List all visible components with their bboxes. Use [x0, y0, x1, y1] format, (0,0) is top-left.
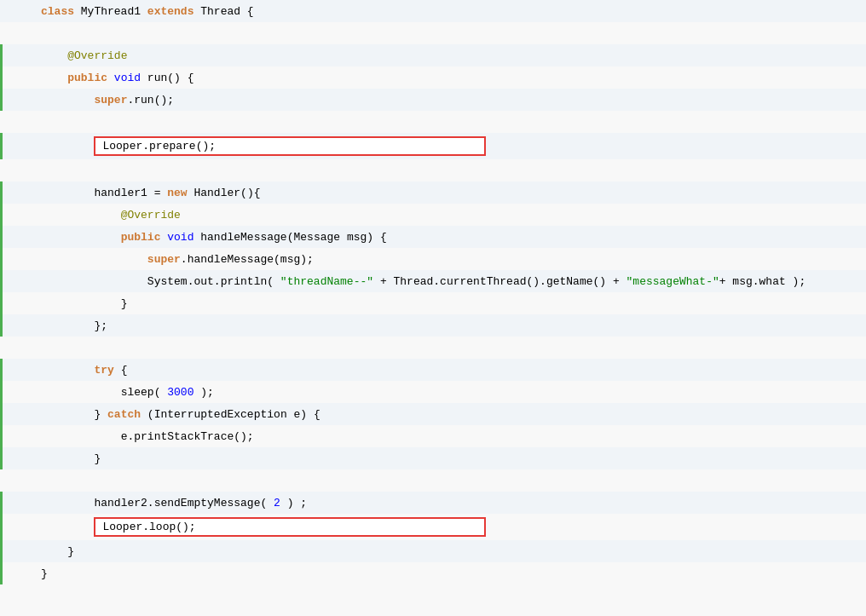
code-line: [0, 111, 866, 133]
line-content: }: [34, 562, 866, 584]
token: 3000: [167, 386, 193, 399]
line-content: handler2.sendEmptyMessage( 2 ) ;: [34, 492, 866, 514]
token: handleMessage: [200, 231, 286, 244]
token: +: [373, 275, 393, 288]
line-number: [0, 159, 34, 181]
line-content: };: [34, 314, 866, 337]
token: }: [67, 545, 74, 558]
token: );: [193, 386, 213, 399]
code-line: }: [0, 540, 866, 562]
line-number: [0, 248, 34, 270]
token: }: [41, 567, 48, 580]
token: handler2.sendEmptyMessage(: [94, 497, 274, 509]
token: {: [114, 364, 128, 377]
boxed-statement: Looper.prepare();: [94, 136, 486, 156]
token: (: [141, 408, 154, 421]
token: void: [114, 72, 147, 84]
line-content: } catch (InterruptedException e) {: [34, 403, 866, 425]
line-content: super.handleMessage(msg);: [34, 248, 866, 270]
line-number: [0, 133, 34, 159]
line-number: [0, 89, 34, 111]
code-line: [0, 22, 866, 44]
token: extends: [141, 5, 200, 18]
token: public: [121, 231, 168, 244]
token: Thread: [200, 5, 240, 18]
line-number: [0, 314, 34, 337]
token: }: [94, 408, 107, 421]
token: InterruptedException: [154, 408, 287, 421]
token: public: [67, 72, 114, 84]
token: sleep(: [121, 386, 168, 399]
line-number: [0, 226, 34, 248]
line-number: [0, 111, 34, 133]
code-line: }: [0, 447, 866, 469]
code-line: Looper.prepare();: [0, 133, 866, 159]
token: Handler(){: [193, 187, 260, 199]
token: .handleMessage(msg);: [181, 253, 314, 266]
line-number: [0, 337, 34, 359]
token: super: [94, 94, 127, 107]
code-editor: class MyThread1 extends Thread { @Overri…: [0, 0, 866, 616]
line-content: }: [34, 447, 866, 469]
line-number: [0, 181, 34, 204]
line-content: }: [34, 292, 866, 314]
token: class: [41, 5, 81, 18]
line-number: [0, 44, 34, 66]
token: new: [167, 187, 193, 199]
line-content: Looper.prepare();: [34, 133, 866, 159]
token: e) {: [287, 408, 320, 421]
line-content: handler1 = new Handler(){: [34, 181, 866, 204]
code-line: };: [0, 314, 866, 337]
token: Thread: [393, 275, 433, 288]
line-content: @Override: [34, 204, 866, 226]
line-number: [0, 66, 34, 89]
token: System: [147, 275, 188, 288]
code-line: } catch (InterruptedException e) {: [0, 403, 866, 425]
token: .out.println(: [188, 275, 280, 288]
line-content: [34, 337, 866, 359]
token: "messageWhat-": [626, 275, 719, 288]
line-number: [0, 0, 34, 22]
code-line: @Override: [0, 204, 866, 226]
code-line: public void run() {: [0, 66, 866, 89]
line-content: public void handleMessage(Message msg) {: [34, 226, 866, 248]
token: run: [147, 72, 167, 84]
token: catch: [107, 408, 141, 421]
token: {: [240, 5, 254, 18]
line-number: [0, 469, 34, 492]
line-number: [0, 425, 34, 447]
line-content: public void run() {: [34, 66, 866, 89]
line-number: [0, 540, 34, 562]
line-number: [0, 492, 34, 514]
line-number: [0, 447, 34, 469]
token: Looper.prepare();: [102, 140, 216, 153]
line-content: try {: [34, 359, 866, 381]
token: void: [167, 231, 200, 244]
code-line: super.handleMessage(msg);: [0, 248, 866, 270]
token: MyThread1: [81, 5, 141, 18]
line-content: @Override: [34, 44, 866, 66]
token: }: [121, 297, 128, 310]
token: Looper.loop();: [102, 521, 195, 533]
code-line: System.out.println( "threadName--" + Thr…: [0, 270, 866, 292]
token: ) ;: [280, 497, 307, 509]
code-line: e.printStackTrace();: [0, 425, 866, 447]
token: try: [94, 364, 113, 377]
line-content: Looper.loop();: [34, 514, 866, 540]
line-number: [0, 359, 34, 381]
line-number: [0, 403, 34, 425]
line-number: [0, 562, 34, 584]
token: Message: [293, 231, 340, 244]
token: .run();: [127, 94, 174, 107]
token: super: [147, 253, 181, 266]
line-number: [0, 270, 34, 292]
line-content: [34, 111, 866, 133]
token: msg) {: [340, 231, 387, 244]
token: (: [287, 231, 294, 244]
code-line: try {: [0, 359, 866, 381]
token: "threadName--": [280, 275, 373, 288]
line-number: [0, 381, 34, 403]
code-line: public void handleMessage(Message msg) {: [0, 226, 866, 248]
code-line: }: [0, 292, 866, 314]
token: 2: [274, 497, 280, 509]
